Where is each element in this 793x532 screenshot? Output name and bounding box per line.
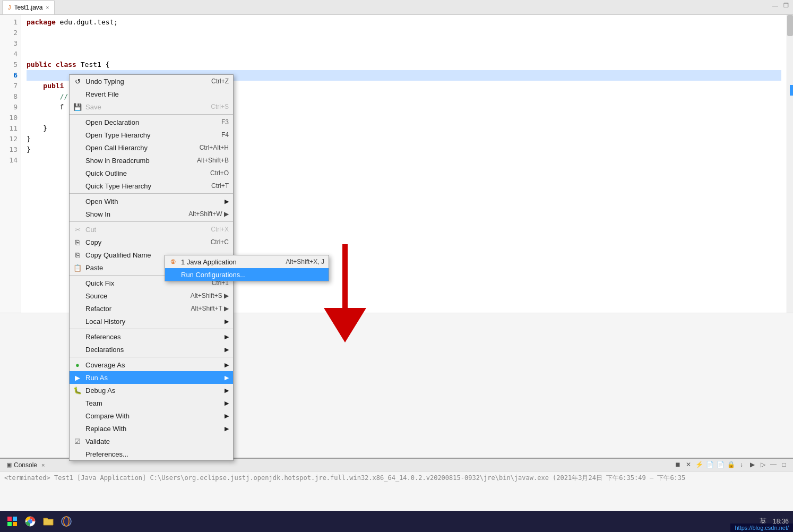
menu-label-run-as: Run As	[85, 374, 108, 382]
shortcut-breadcrumb: Alt+Shift+B	[197, 157, 229, 164]
debug-as-arrow: ▶	[225, 387, 229, 394]
shortcut-copy: Ctrl+C	[211, 238, 229, 246]
menu-item-cut[interactable]: ✂ Cut Ctrl+X	[70, 223, 233, 236]
menu-item-debug-as[interactable]: 🐛 Debug As ▶	[70, 384, 233, 397]
menu-label-save: Save	[85, 103, 101, 111]
line-num-6: 6	[3, 70, 18, 81]
line-num-9: 9	[3, 102, 18, 113]
java-application-icon: ①	[168, 259, 178, 265]
submenu-item-run-configurations[interactable]: Run Configurations...	[165, 268, 329, 281]
menu-item-preferences[interactable]: Preferences...	[70, 448, 233, 460]
line-num-14: 14	[3, 155, 18, 166]
menu-item-local-history[interactable]: Local History ▶	[70, 315, 233, 328]
editor-tab[interactable]: J Test1.java ×	[2, 1, 55, 14]
menu-item-open-declaration[interactable]: Open Declaration F3	[70, 116, 233, 128]
menu-item-open-type-hierarchy[interactable]: Open Type Hierarchy F4	[70, 128, 233, 141]
run-as-arrow: ▶	[225, 374, 229, 381]
menu-item-team[interactable]: Team ▶	[70, 397, 233, 409]
menu-item-copy[interactable]: ⎘ Copy Ctrl+C	[70, 236, 233, 248]
taskbar-eclipse-button[interactable]	[58, 513, 74, 529]
panel-btn-7[interactable]: ↓	[737, 460, 746, 469]
menu-label-replace-with: Replace With	[85, 425, 126, 433]
shortcut-refactor: Alt+Shift+T ▶	[191, 305, 229, 312]
terminated-text: <terminated> Test1 [Java Application] C:…	[4, 474, 685, 482]
run-as-submenu: ① 1 Java Application Alt+Shift+X, J Run …	[165, 255, 329, 281]
blue-indicator	[790, 85, 793, 96]
line-num-7: 7	[3, 81, 18, 91]
tab-close-button[interactable]: ×	[46, 5, 49, 11]
menu-item-undo-typing[interactable]: ↺ Undo Typing Ctrl+Z	[70, 75, 233, 88]
menu-item-revert-file[interactable]: Revert File	[70, 88, 233, 100]
menu-item-references[interactable]: References ▶	[70, 330, 233, 343]
menu-label-compare-with: Compare With	[85, 412, 130, 420]
code-line-3	[27, 38, 781, 49]
panel-min-button[interactable]: —	[769, 460, 778, 469]
shortcut-quick-type-hierarchy: Ctrl+T	[211, 182, 229, 190]
menu-item-open-call-hierarchy[interactable]: Open Call Hierarchy Ctrl+Alt+H	[70, 141, 233, 154]
panel-btn-5[interactable]: 📄	[716, 460, 725, 469]
menu-label-declarations: Declarations	[85, 346, 124, 354]
panel-btn-9[interactable]: ▷	[758, 460, 768, 469]
shortcut-show-in: Alt+Shift+W ▶	[188, 210, 229, 218]
console-tab-close[interactable]: ×	[41, 462, 45, 468]
coverage-arrow: ▶	[225, 362, 229, 368]
menu-item-validate[interactable]: ☑ Validate	[70, 435, 233, 448]
console-tab-label: Console	[14, 461, 37, 469]
menu-item-source[interactable]: Source Alt+Shift+S ▶	[70, 289, 233, 302]
menu-item-coverage-as[interactable]: ● Coverage As ▶	[70, 358, 233, 371]
menu-item-open-with[interactable]: Open With ▶	[70, 195, 233, 208]
menu-label-local-history: Local History	[85, 318, 125, 325]
shortcut-undo: Ctrl+Z	[211, 78, 229, 85]
submenu-item-java-application[interactable]: ① 1 Java Application Alt+Shift+X, J	[165, 255, 329, 268]
panel-btn-8[interactable]: ▶	[747, 460, 757, 469]
validate-icon: ☑	[73, 437, 82, 445]
menu-item-quick-outline[interactable]: Quick Outline Ctrl+O	[70, 167, 233, 179]
menu-item-declarations[interactable]: Declarations ▶	[70, 343, 233, 356]
restore-button[interactable]: ❐	[783, 2, 789, 9]
panel-btn-4[interactable]: 📄	[705, 460, 714, 469]
panel-btn-2[interactable]: ✕	[684, 460, 693, 469]
coverage-icon: ●	[73, 361, 82, 369]
references-arrow: ▶	[225, 333, 229, 340]
menu-label-open-with: Open With	[85, 198, 118, 205]
taskbar-folder-button[interactable]	[40, 513, 56, 529]
panel-max-button[interactable]: □	[779, 460, 789, 469]
menu-item-quick-type-hierarchy[interactable]: Quick Type Hierarchy Ctrl+T	[70, 179, 233, 192]
menu-item-compare-with[interactable]: Compare With ▶	[70, 409, 233, 422]
menu-item-show-in-breadcrumb[interactable]: Show in Breadcrumb Alt+Shift+B	[70, 154, 233, 167]
console-output: <terminated> Test1 [Java Application] C:…	[0, 471, 793, 485]
svg-rect-4	[7, 522, 12, 526]
shortcut-open-type-hierarchy: F4	[221, 131, 229, 139]
scrollbar-thumb[interactable]	[787, 15, 793, 36]
menu-item-show-in[interactable]: Show In Alt+Shift+W ▶	[70, 208, 233, 220]
paste-icon: 📋	[73, 264, 82, 272]
taskbar-chrome-button[interactable]	[22, 513, 38, 529]
menu-item-refactor[interactable]: Refactor Alt+Shift+T ▶	[70, 302, 233, 315]
replace-with-arrow: ▶	[225, 425, 229, 432]
menu-label-show-in: Show In	[85, 210, 110, 218]
menu-label-open-declaration: Open Declaration	[85, 118, 139, 126]
line-num-13: 13	[3, 144, 18, 155]
minimize-button[interactable]: —	[772, 2, 778, 9]
taskbar-windows-button[interactable]	[4, 513, 20, 529]
code-line-5: public class Test1 {	[27, 59, 781, 70]
console-tab-icon: ▣	[6, 461, 12, 468]
menu-label-debug-as: Debug As	[85, 387, 115, 394]
menu-label-copy-qualified-name: Copy Qualified Name	[85, 251, 151, 259]
panel-btn-3[interactable]: ⚡	[694, 460, 704, 469]
menu-label-source: Source	[85, 292, 107, 300]
panel-btn-6[interactable]: 🔒	[726, 460, 736, 469]
panel-btn-1[interactable]: ⏹	[673, 460, 683, 469]
menu-label-show-in-breadcrumb: Show in Breadcrumb	[85, 157, 150, 165]
compare-with-arrow: ▶	[225, 413, 229, 419]
line-num-2: 2	[3, 28, 18, 38]
undo-icon: ↺	[73, 78, 82, 85]
line-num-12: 12	[3, 134, 18, 144]
menu-item-run-as[interactable]: ▶ Run As ▶	[70, 371, 233, 384]
console-tab[interactable]: ▣ Console ×	[2, 460, 49, 470]
menu-item-replace-with[interactable]: Replace With ▶	[70, 422, 233, 435]
menu-label-refactor: Refactor	[85, 305, 111, 313]
code-line-2	[27, 28, 781, 38]
vertical-scrollbar[interactable]	[787, 15, 793, 313]
menu-item-save[interactable]: 💾 Save Ctrl+S	[70, 100, 233, 113]
